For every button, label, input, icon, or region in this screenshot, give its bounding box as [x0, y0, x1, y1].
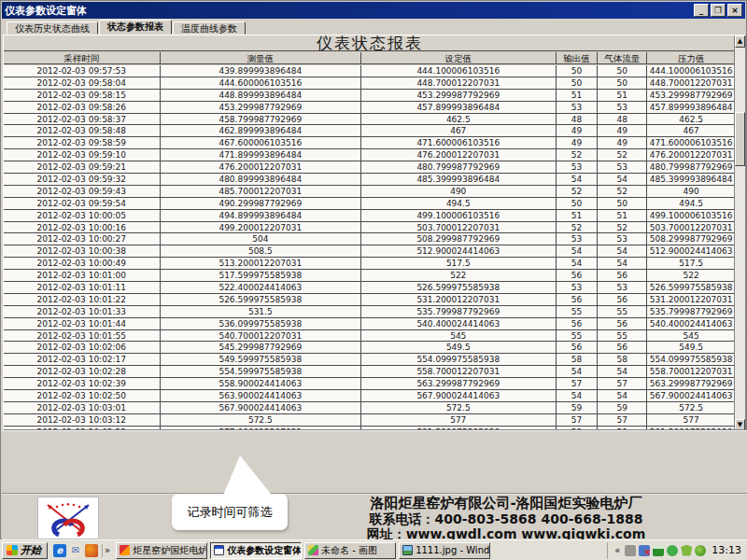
cell: 499.100006103516 [647, 210, 736, 221]
table-row[interactable]: 2012-02-03 09:58:48462.89999389648446749… [4, 125, 736, 137]
cell: 448.700012207031 [647, 77, 736, 89]
table-row[interactable]: 2012-02-03 10:03:01567.900024414063572.5… [4, 402, 736, 414]
media-icon[interactable] [85, 544, 98, 557]
taskbar-button[interactable]: 1111.jpg - Windows ... [399, 542, 490, 559]
cell: 494.5 [647, 198, 736, 209]
printer-icon[interactable] [625, 545, 636, 556]
table-row[interactable]: 2012-02-03 09:58:04444.600006103516448.7… [4, 77, 736, 90]
scrollbar-thumb[interactable] [735, 112, 745, 166]
cell: 50 [598, 77, 647, 89]
table-row[interactable]: 2012-02-03 09:58:37458.799987792969462.5… [4, 114, 736, 126]
table-row[interactable]: 2012-02-03 10:02:50563.900024414063567.9… [4, 390, 736, 402]
column-header: 压力值 [647, 52, 736, 64]
close-button[interactable]: × [727, 4, 742, 17]
cell: 567.900024414063 [647, 390, 736, 401]
column-header: 输出值 [557, 52, 599, 64]
taskbar-button[interactable]: 仪表参数设定窗体 [210, 542, 302, 559]
table-row[interactable]: 2012-02-03 10:01:11522.400024414063526.5… [4, 282, 736, 294]
table-row[interactable]: 2012-02-03 10:01:00517.59997558593852256… [4, 270, 736, 282]
ie-icon[interactable]: e [53, 544, 66, 557]
signal-icon[interactable] [653, 545, 664, 556]
table-row[interactable]: 2012-02-03 09:59:21476.200012207031480.7… [4, 161, 736, 174]
minimize-button[interactable]: _ [694, 4, 709, 17]
cell: 471.600006103516 [361, 137, 556, 148]
form-icon [214, 545, 224, 555]
table-row[interactable]: 2012-02-03 10:00:38508.5512.900024414063… [4, 245, 736, 258]
table-row[interactable]: 2012-02-03 09:59:10471.899993896484476.2… [4, 149, 736, 161]
cell: 462.5 [647, 114, 736, 125]
cell: 2012-02-03 10:03:01 [4, 402, 161, 413]
cell: 485.399993896484 [361, 174, 556, 185]
taskbar-button[interactable]: 炬星窑炉国炬电炉监... [116, 542, 207, 559]
tab-2[interactable]: 状态参数报表 [99, 20, 172, 35]
cell: 2012-02-03 09:59:21 [4, 161, 161, 173]
cell: 51 [598, 90, 647, 101]
table-row[interactable]: 2012-02-03 10:02:39558.900024414063563.2… [4, 378, 736, 390]
cell: 480.899993896484 [161, 174, 361, 185]
cell: 485.399993896484 [647, 174, 736, 185]
scroll-up-icon[interactable]: ▲ [735, 35, 745, 48]
cell: 2012-02-03 10:02:39 [4, 378, 161, 389]
vertical-scrollbar[interactable]: ▲ ▼ [734, 35, 745, 430]
scroll-down-icon[interactable]: ▼ [735, 419, 745, 430]
cell: 567.900024414063 [361, 390, 556, 401]
cell: 53 [598, 102, 647, 113]
tab-1[interactable]: 仪表历史状态曲线 [7, 21, 98, 35]
table-row[interactable]: 2012-02-03 10:02:17549.599975585938554.0… [4, 354, 736, 366]
cell: 554.599975585938 [161, 366, 361, 377]
table-row[interactable]: 2012-02-03 10:01:44536.099975585938540.4… [4, 318, 736, 330]
table-row[interactable]: 2012-02-03 10:00:27504508.29998779296953… [4, 233, 736, 245]
cell: 2012-02-03 10:03:12 [4, 414, 161, 426]
cell: 52 [598, 149, 647, 161]
cell: 453.299987792969 [647, 90, 736, 101]
company-info: 洛阳炬星窑炉有限公司-洛阳国炬实验电炉厂 联系电话：400-803-5868 4… [310, 496, 702, 541]
cell: 462.5 [361, 114, 556, 125]
table-row[interactable]: 2012-02-03 10:02:06545.299987792969549.5… [4, 342, 736, 354]
table-row[interactable]: 2012-02-03 10:01:22526.599975585938531.2… [4, 294, 736, 306]
table-row[interactable]: 2012-02-03 09:58:15448.899993896484453.2… [4, 90, 736, 102]
table-row[interactable]: 2012-02-03 10:02:28554.599975585938558.7… [4, 366, 736, 378]
table-row[interactable]: 2012-02-03 09:59:54490.299987792969494.5… [4, 198, 736, 210]
cell: 53 [598, 233, 647, 245]
taskbar-button[interactable]: 未命名 - 画图 [304, 542, 396, 559]
safety-icon[interactable] [667, 545, 678, 556]
table-row[interactable]: 2012-02-03 10:00:05494.899993896484499.1… [4, 210, 736, 222]
title-bar[interactable]: 仪表参数设定窗体 _ ❐ × [2, 2, 745, 19]
cell: 52 [598, 186, 647, 197]
report-grid: 仪表状态报表 采样时间测量值设定值输出值气体流量压力值 2012-02-03 0… [3, 35, 746, 430]
taskbar-button-label: 炬星窑炉国炬电炉监... [133, 544, 207, 557]
start-button[interactable]: 开始 [2, 542, 48, 559]
cell: 54 [598, 390, 647, 401]
cell: 2012-02-03 10:00:16 [4, 222, 161, 233]
tray-chevron-icon[interactable]: « [613, 545, 622, 555]
table-row[interactable]: 2012-02-03 09:59:43485.70001220703149052… [4, 186, 736, 198]
table-row[interactable]: 2012-02-03 10:01:55540.70001220703154555… [4, 330, 736, 343]
cell: 51 [598, 210, 647, 221]
cell: 545.299987792969 [161, 342, 361, 353]
mail-icon[interactable]: ✉ [69, 544, 82, 557]
table-row[interactable]: 2012-02-03 09:58:26453.299987792969457.8… [4, 102, 736, 114]
system-tray: « 13:13 [607, 542, 747, 559]
shield-icon[interactable] [681, 545, 692, 556]
table-row[interactable]: 2012-02-03 10:00:49513.200012207031517.5… [4, 258, 736, 270]
cell: 512.900024414063 [647, 245, 736, 257]
tab-3[interactable]: 温度曲线参数 [173, 21, 246, 35]
table-row[interactable]: 2012-02-03 10:01:33531.5535.799987792969… [4, 306, 736, 318]
overflow-chevron-icon[interactable]: » [103, 545, 112, 555]
restore-button[interactable]: ❐ [711, 4, 726, 17]
cell: 54 [598, 258, 647, 269]
cell: 549.599975585938 [161, 354, 361, 365]
cell: 52 [598, 222, 647, 233]
cell: 2012-02-03 10:00:38 [4, 245, 161, 257]
cell: 577 [647, 414, 736, 426]
network-error-icon[interactable] [639, 545, 650, 556]
cell: 51 [557, 210, 599, 221]
table-row[interactable]: 2012-02-03 09:59:32480.899993896484485.3… [4, 174, 736, 186]
update-icon[interactable] [695, 545, 706, 556]
table-row[interactable]: 2012-02-03 10:00:16499.200012207031503.7… [4, 222, 736, 234]
cell: 448.899993896484 [161, 90, 361, 101]
table-row[interactable]: 2012-02-03 09:58:59467.600006103516471.6… [4, 137, 736, 149]
table-row[interactable]: 2012-02-03 09:57:53439.899993896484444.1… [4, 65, 736, 77]
table-row[interactable]: 2012-02-03 10:03:12572.55775757577 [4, 414, 736, 427]
column-header: 测量值 [161, 52, 361, 64]
